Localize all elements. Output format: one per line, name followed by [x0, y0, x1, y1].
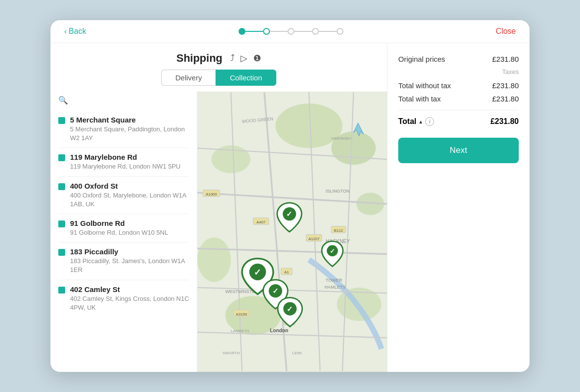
- back-button[interactable]: ‹ Back: [64, 27, 86, 36]
- total-without-tax-row: Total without tax £231.80: [398, 81, 519, 90]
- location-address: 183 Piccadilly, St. James's, London W1A …: [70, 257, 189, 274]
- location-name: 119 Marylebone Rd: [70, 153, 180, 161]
- svg-point-1: [275, 103, 342, 148]
- step-line-2: [270, 31, 288, 32]
- info-icon[interactable]: i: [425, 117, 434, 126]
- svg-text:✓: ✓: [254, 268, 261, 277]
- list-item[interactable]: 5 Merchant Square 5 Merchant Square, Pad…: [58, 111, 189, 148]
- total-value: £231.80: [490, 117, 519, 126]
- step-3-dot: [288, 28, 294, 35]
- total-row: Total ▲ i £231.80: [398, 117, 519, 126]
- search-bar: 🔍: [58, 96, 189, 105]
- location-marker-icon: [58, 249, 65, 256]
- back-label: Back: [69, 27, 86, 36]
- next-button[interactable]: Next: [398, 138, 519, 163]
- right-panel: Original prices £231.80 Taxes Total with…: [387, 43, 530, 372]
- svg-text:A3199: A3199: [236, 312, 247, 317]
- location-address: 402 Camley St, Kings Cross, London N1C 4…: [70, 294, 189, 312]
- svg-text:LEWI: LEWI: [292, 351, 302, 355]
- list-item[interactable]: 91 Golborne Rd 91 Golborne Rd, London W1…: [58, 214, 189, 243]
- svg-text:TOWER: TOWER: [326, 278, 342, 283]
- location-address: 5 Merchant Square, Paddington, London W2…: [70, 125, 189, 143]
- svg-text:London: London: [270, 328, 289, 333]
- map-svg: WOOD GREEN HARINGEY ISLINGTON HACKNEY TO…: [197, 92, 387, 372]
- svg-text:A1207: A1207: [308, 237, 320, 241]
- step-line-1: [245, 31, 263, 32]
- top-nav: ‹ Back Close: [50, 20, 530, 43]
- progress-bar: [239, 28, 343, 35]
- location-address: 91 Golborne Rd, London W10 5NL: [70, 228, 168, 237]
- back-chevron-icon: ‹: [64, 27, 67, 36]
- device-frame: ‹ Back Close Shipping ⤴ ▷ ❶: [50, 20, 530, 372]
- location-name: 5 Merchant Square: [70, 116, 189, 124]
- svg-point-6: [197, 237, 231, 282]
- location-name: 91 Golborne Rd: [70, 219, 168, 227]
- step-1-dot: [239, 28, 245, 35]
- total-without-tax-value: £231.80: [492, 81, 519, 90]
- svg-text:B112: B112: [334, 228, 343, 233]
- total-with-tax-row: Total with tax £231.80: [398, 95, 519, 103]
- svg-text:A1: A1: [284, 270, 289, 274]
- left-panel: Shipping ⤴ ▷ ❶ Delivery Collection: [50, 43, 387, 372]
- location-marker-icon: [58, 183, 65, 190]
- svg-text:HARINGEY: HARINGEY: [331, 136, 352, 141]
- content-split: 🔍 5 Merchant Square 5 Merchant Square, P…: [50, 92, 387, 372]
- total-with-tax-label: Total with tax: [398, 95, 441, 103]
- taxes-label: Taxes: [398, 68, 519, 75]
- list-item[interactable]: 183 Piccadilly 183 Piccadilly, St. James…: [58, 243, 189, 280]
- close-button[interactable]: Close: [496, 27, 516, 36]
- map-area[interactable]: WOOD GREEN HARINGEY ISLINGTON HACKNEY TO…: [197, 92, 387, 372]
- total-label: Total: [398, 117, 416, 126]
- original-prices-row: Original prices £231.80: [398, 55, 519, 63]
- location-marker-icon: [58, 154, 65, 161]
- step-line-4: [319, 31, 337, 32]
- svg-text:HAMLETS: HAMLETS: [325, 285, 346, 290]
- total-with-tax-value: £231.80: [492, 95, 519, 103]
- location-marker-icon: [58, 220, 65, 227]
- svg-text:✓: ✓: [272, 287, 279, 295]
- location-address: 400 Oxford St, Marylebone, London W1A 1A…: [70, 191, 189, 209]
- step-line-3: [294, 31, 312, 32]
- location-address: 119 Marylebone Rd, London NW1 5PU: [70, 162, 180, 171]
- location-name: 183 Piccadilly: [70, 247, 189, 256]
- shipping-tabs: Delivery Collection: [50, 70, 387, 92]
- search-icon: 🔍: [58, 96, 68, 105]
- svg-text:LAMBETH: LAMBETH: [231, 329, 249, 333]
- header-icons: ⤴ ▷ ❶: [230, 53, 261, 64]
- location-marker-icon: [58, 287, 65, 294]
- svg-text:SWORTH: SWORTH: [222, 351, 240, 355]
- delivery-tab[interactable]: Delivery: [161, 70, 216, 86]
- shipping-header: Shipping ⤴ ▷ ❶: [50, 43, 387, 70]
- step-5-dot: [337, 28, 343, 35]
- svg-text:✓: ✓: [330, 248, 335, 255]
- collection-tab[interactable]: Collection: [216, 70, 276, 86]
- send-icon[interactable]: ▷: [241, 53, 247, 64]
- svg-text:A407: A407: [256, 220, 266, 224]
- list-item[interactable]: 119 Marylebone Rd 119 Marylebone Rd, Lon…: [58, 148, 189, 176]
- total-expand-icon[interactable]: ▲: [418, 119, 423, 124]
- total-without-tax-label: Total without tax: [398, 81, 451, 90]
- location-list: 🔍 5 Merchant Square 5 Merchant Square, P…: [50, 92, 197, 372]
- svg-text:✓: ✓: [287, 305, 293, 313]
- share-icon[interactable]: ⤴: [230, 53, 235, 64]
- step-2-dot: [263, 28, 270, 35]
- svg-text:✓: ✓: [286, 210, 292, 218]
- list-item[interactable]: 400 Oxford St 400 Oxford St, Marylebone,…: [58, 177, 189, 214]
- location-name: 400 Oxford St: [70, 182, 189, 190]
- shipping-title: Shipping: [176, 52, 222, 65]
- svg-text:A1000: A1000: [206, 192, 218, 196]
- list-item[interactable]: 402 Camley St 402 Camley St, Kings Cross…: [58, 280, 189, 317]
- price-divider: [398, 110, 519, 110]
- main-content: Shipping ⤴ ▷ ❶ Delivery Collection: [50, 43, 530, 372]
- svg-text:ISLINGTON: ISLINGTON: [326, 189, 350, 194]
- step-4-dot: [312, 28, 319, 35]
- location-name: 402 Camley St: [70, 285, 189, 294]
- original-prices-label: Original prices: [398, 55, 445, 63]
- location-marker-icon: [58, 117, 65, 124]
- original-prices-value: £231.80: [492, 55, 519, 63]
- id-card-icon[interactable]: ❶: [253, 53, 261, 64]
